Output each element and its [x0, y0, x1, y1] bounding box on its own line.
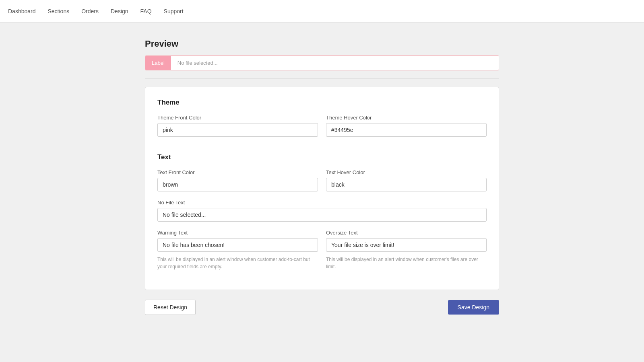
warning-oversize-fields-row: Warning Text This will be displayed in a… — [157, 230, 487, 270]
theme-section-title: Theme — [157, 99, 487, 107]
design-card: Theme Theme Front Color Theme Hover Colo… — [145, 87, 499, 290]
text-color-fields-row: Text Front Color Text Hover Color — [157, 169, 487, 191]
navbar: Dashboard Sections Orders Design FAQ Sup… — [0, 0, 644, 23]
text-section-title: Text — [157, 153, 487, 161]
oversize-text-label: Oversize Text — [326, 230, 487, 236]
save-design-button[interactable]: Save Design — [448, 300, 499, 315]
warning-text-group: Warning Text This will be displayed in a… — [157, 230, 318, 270]
warning-text-label: Warning Text — [157, 230, 318, 236]
text-front-color-group: Text Front Color — [157, 169, 318, 191]
nav-faq[interactable]: FAQ — [140, 6, 152, 16]
nav-design[interactable]: Design — [111, 6, 128, 16]
no-file-text-label: No File Text — [157, 200, 487, 206]
main-content: Preview Label No file selected... Theme … — [0, 23, 644, 331]
oversize-text-input[interactable] — [326, 238, 487, 252]
oversize-text-hint: This will be displayed in an alert windo… — [326, 256, 487, 270]
theme-hover-color-label: Theme Hover Color — [326, 115, 487, 121]
preview-file-input: Label No file selected... — [145, 56, 499, 70]
oversize-text-group: Oversize Text This will be displayed in … — [326, 230, 487, 270]
text-hover-color-group: Text Hover Color — [326, 169, 487, 191]
bottom-bar: Reset Design Save Design — [145, 300, 499, 315]
text-front-color-input[interactable] — [157, 178, 318, 191]
nav-support[interactable]: Support — [164, 6, 184, 16]
preview-file-text: No file selected... — [171, 56, 499, 70]
nav-dashboard[interactable]: Dashboard — [8, 6, 36, 16]
theme-fields-row: Theme Front Color Theme Hover Color — [157, 115, 487, 137]
reset-design-button[interactable]: Reset Design — [145, 300, 196, 315]
preview-label-button[interactable]: Label — [145, 56, 171, 70]
theme-front-color-input[interactable] — [157, 123, 318, 137]
text-front-color-label: Text Front Color — [157, 169, 318, 175]
theme-hover-color-group: Theme Hover Color — [326, 115, 487, 137]
text-hover-color-label: Text Hover Color — [326, 169, 487, 175]
nav-orders[interactable]: Orders — [81, 6, 99, 16]
theme-hover-color-input[interactable] — [326, 123, 487, 137]
theme-front-color-group: Theme Front Color — [157, 115, 318, 137]
nav-sections[interactable]: Sections — [48, 6, 70, 16]
warning-text-hint: This will be displayed in an alert windo… — [157, 256, 318, 270]
no-file-text-input[interactable] — [157, 208, 487, 222]
theme-text-divider — [157, 145, 487, 145]
preview-title: Preview — [145, 39, 499, 49]
no-file-text-group: No File Text — [157, 200, 487, 222]
theme-front-color-label: Theme Front Color — [157, 115, 318, 121]
preview-divider — [145, 78, 499, 79]
warning-text-input[interactable] — [157, 238, 318, 252]
text-hover-color-input[interactable] — [326, 178, 487, 191]
